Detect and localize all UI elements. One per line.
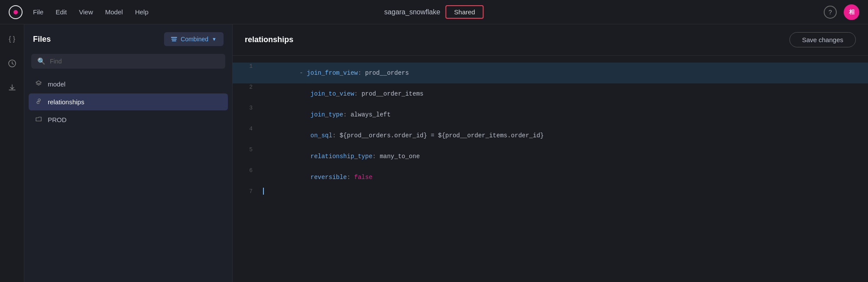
- line-number-3: 3: [240, 104, 253, 111]
- line-content-1: - join_from_view: prod__orders: [263, 63, 409, 83]
- key-1: join_from_view: [307, 70, 358, 76]
- value-2: prod__order_items: [362, 90, 424, 97]
- nav-view[interactable]: View: [79, 8, 93, 16]
- icon-bar: { }: [0, 24, 24, 282]
- code-line-5: 5 relationship_type: many_to_one: [233, 146, 868, 167]
- editor-title: relationships: [245, 35, 293, 44]
- nav-help[interactable]: Help: [135, 8, 148, 16]
- line-number-6: 6: [240, 167, 253, 174]
- value-6: false: [354, 174, 372, 181]
- logo[interactable]: [9, 5, 23, 19]
- line-content-2: join_to_view: prod__order_items: [263, 83, 424, 104]
- sidebar-item-prod-label: PROD: [48, 116, 66, 123]
- search-input[interactable]: [50, 58, 219, 65]
- main-content: { } Files Combined ▼: [0, 24, 868, 282]
- nav-file[interactable]: File: [33, 8, 43, 16]
- key-6: reversible: [310, 174, 347, 181]
- value-5: many_to_one: [380, 153, 420, 160]
- logo-dot: [13, 10, 18, 14]
- line-number-2: 2: [240, 83, 253, 90]
- search-container: 🔍: [31, 54, 225, 69]
- line-number-1: 1: [240, 63, 253, 70]
- code-line-4: 4 on_sql: ${prod__orders.order_id} = ${p…: [233, 125, 868, 146]
- code-line-7: 7: [233, 188, 868, 199]
- line-content-4: on_sql: ${prod__orders.order_id} = ${pro…: [263, 125, 544, 146]
- search-icon: 🔍: [37, 57, 46, 65]
- line-content-6: reversible: false: [263, 167, 372, 188]
- nav-edit[interactable]: Edit: [56, 8, 67, 16]
- save-changes-button[interactable]: Save changes: [789, 32, 856, 47]
- chevron-down-icon: ▼: [212, 36, 217, 42]
- line-content-7: [263, 188, 268, 195]
- line-number-4: 4: [240, 125, 253, 132]
- nav-model[interactable]: Model: [105, 8, 123, 16]
- link-icon: [35, 98, 43, 106]
- code-line-6: 6 reversible: false: [233, 167, 868, 188]
- icon-bar-download[interactable]: [4, 80, 20, 96]
- code-line-1: 1 - join_from_view: prod__orders: [233, 63, 868, 83]
- project-name: sagara_snowflake: [384, 8, 440, 16]
- line-content-3: join_type: always_left: [263, 104, 391, 125]
- icon-bar-clock[interactable]: [4, 56, 20, 71]
- code-area[interactable]: 1 - join_from_view: prod__orders 2 join_…: [233, 56, 868, 282]
- help-button[interactable]: ?: [824, 6, 837, 19]
- editor: relationships Save changes 1 - join_from…: [233, 24, 868, 282]
- topnav-center: sagara_snowflake Shared: [384, 5, 483, 19]
- value-4: ${prod__orders.order_id} = ${prod__order…: [339, 132, 543, 139]
- user-avatar[interactable]: 相: [844, 4, 859, 20]
- shared-button[interactable]: Shared: [445, 5, 483, 19]
- sidebar-header: Files Combined ▼: [24, 24, 232, 52]
- dash-1: -: [299, 70, 307, 76]
- icon-bar-braces[interactable]: { }: [4, 31, 20, 47]
- editor-header: relationships Save changes: [233, 24, 868, 56]
- topnav-right: ? 相: [824, 4, 859, 20]
- layers-small-icon: [35, 80, 43, 88]
- layers-icon: [171, 37, 177, 41]
- value-3: always_left: [351, 111, 391, 118]
- code-line-2: 2 join_to_view: prod__order_items: [233, 83, 868, 104]
- sidebar-item-relationships[interactable]: relationships: [29, 93, 228, 110]
- sidebar-items: model relationships PROD: [24, 76, 232, 128]
- key-3: join_type: [310, 111, 343, 118]
- sidebar: Files Combined ▼ 🔍 mode: [24, 24, 233, 282]
- key-2: join_to_view: [310, 90, 354, 97]
- line-number-5: 5: [240, 146, 253, 153]
- sidebar-item-model-label: model: [48, 80, 66, 88]
- sidebar-item-model[interactable]: model: [29, 76, 228, 93]
- code-line-3: 3 join_type: always_left: [233, 104, 868, 125]
- value-1: prod__orders: [365, 70, 409, 76]
- key-5: relationship_type: [310, 153, 372, 160]
- sidebar-item-relationships-label: relationships: [48, 98, 84, 106]
- line-content-5: relationship_type: many_to_one: [263, 146, 420, 167]
- topnav: File Edit View Model Help sagara_snowfla…: [0, 0, 868, 24]
- folder-icon: [35, 116, 43, 124]
- sidebar-title: Files: [33, 35, 51, 44]
- combined-button[interactable]: Combined ▼: [164, 32, 224, 46]
- key-4: on_sql: [310, 132, 332, 139]
- combined-label: Combined: [181, 36, 208, 43]
- sidebar-item-prod[interactable]: PROD: [29, 111, 228, 128]
- line-number-7: 7: [240, 188, 253, 195]
